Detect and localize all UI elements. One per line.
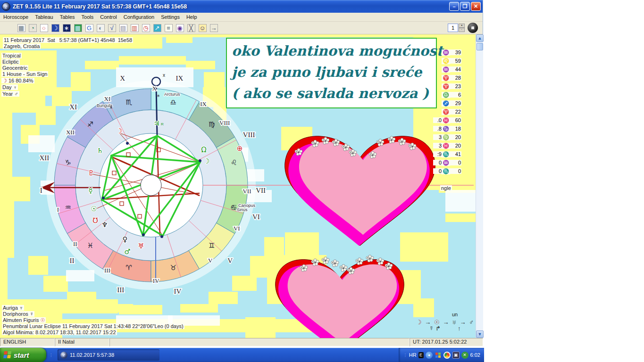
globe-clock-button[interactable]: ◔ — [27, 23, 38, 33]
minutes-value: 59 — [450, 58, 461, 64]
minutes-value: 41 — [450, 151, 461, 157]
menu-settings[interactable]: Settings — [158, 13, 183, 21]
dispositor-glyph: ☿ — [429, 325, 435, 332]
svg-text:IV: IV — [153, 277, 159, 284]
windows-logo-icon — [3, 351, 12, 359]
vertical-scrollbar[interactable]: ▲ ▼ — [476, 34, 483, 338]
google-button[interactable]: G — [84, 23, 94, 33]
google-icon: G — [85, 24, 93, 32]
tray-display-icon[interactable]: ▣ — [452, 352, 460, 359]
resize-chart-icon: ↗ — [153, 24, 161, 32]
language-indicator[interactable]: HR — [409, 352, 417, 358]
sky-planet-icon: ☽ — [51, 24, 59, 32]
mars-icon: ♂ — [14, 91, 18, 97]
calendar-icon: ▥ — [131, 24, 139, 32]
param-text: 1 House - Sun Sign — [1, 71, 48, 77]
menu-tableau[interactable]: Tableau — [32, 13, 57, 21]
degree-fragment: 0 — [433, 160, 442, 165]
clock-button[interactable]: ◷ — [141, 23, 151, 33]
eclipse-footnote: Penumbral Lunar Eclipse 11 February 2017… — [2, 323, 184, 329]
notes-button[interactable]: ≡ — [163, 23, 174, 33]
menu-tools[interactable]: Tools — [78, 13, 97, 21]
redraw-chart-icon[interactable] — [468, 23, 478, 33]
start-button[interactable]: start — [0, 348, 46, 362]
dispositor-glyph: → — [460, 319, 466, 326]
atlas-map-icon: ▦ — [74, 24, 82, 32]
svg-text:R: R — [161, 122, 164, 126]
svg-text:♎: ♎ — [170, 98, 176, 107]
svg-text:V: V — [227, 257, 233, 264]
tray-e-icon[interactable]: E — [418, 352, 424, 358]
resize-chart-button[interactable]: ↗ — [152, 23, 162, 33]
valentine-quote-box: oko Valentinova mogućnostje za puno ljub… — [226, 38, 437, 108]
scroll-down-button[interactable]: ▼ — [476, 330, 484, 338]
title-bar[interactable]: z ZET 9.1.55 Lite 11 February 2017 Sat 5… — [0, 0, 483, 13]
chart-circle-icon: ○ — [40, 24, 48, 32]
quote-line: ( ako se savlada nervoza ) — [232, 83, 431, 104]
svg-text:♊: ♊ — [209, 241, 215, 250]
globe-doc-button[interactable]: ◐ — [95, 23, 106, 33]
close-button[interactable]: ✕ — [471, 2, 481, 11]
svg-text:♈: ♈ — [125, 263, 132, 272]
param-line: Geocentric — [1, 65, 48, 71]
position-row: ♐29 — [414, 99, 461, 107]
svg-text:♅: ♅ — [138, 242, 144, 250]
svg-text:♃: ♃ — [153, 119, 159, 128]
position-row: 3♍20 — [414, 133, 461, 141]
param-text: Ecliptic — [1, 59, 20, 65]
exit-button[interactable]: → — [209, 23, 219, 33]
minimize-button[interactable]: – — [449, 2, 459, 11]
atlas-map-button[interactable]: ▦ — [73, 23, 83, 33]
quick-launch-handle[interactable]: ⋮ — [46, 348, 56, 362]
position-row: .0♓60 — [414, 116, 461, 124]
menu-help[interactable]: Help — [183, 13, 201, 21]
astro-dial-button[interactable]: ◉ — [175, 23, 185, 33]
system-tray: ⋮ HR E ◂ ▣ ✕ 6:02 — [399, 348, 484, 362]
page-number-input[interactable]: 1 — [448, 24, 458, 32]
zodiac-sign-glyph: ♏ — [442, 151, 450, 157]
bookmark-button[interactable]: √ — [107, 23, 117, 33]
svg-text:♆: ♆ — [101, 221, 108, 229]
tray-handle[interactable]: ⋮ — [403, 353, 407, 357]
menu-tables[interactable]: Tables — [57, 13, 78, 21]
zet-task-button[interactable]: z 11.02.2017 5:57:38 — [58, 349, 159, 361]
calendar-button[interactable]: ▥ — [129, 23, 140, 33]
param-text: Geocentric — [1, 65, 28, 71]
menu-configuration[interactable]: Configuration — [120, 13, 158, 21]
planet-glyph: ☿ — [30, 311, 33, 317]
position-row: ♈22 — [414, 107, 461, 116]
scroll-thumb[interactable] — [477, 43, 483, 50]
minutes-value: 39 — [450, 49, 461, 55]
ephemeris-grid-button[interactable]: ▦ — [16, 23, 26, 33]
year-ruler-line: Year ♂ — [1, 91, 19, 97]
hide-icons-chevron[interactable]: ◂ — [426, 352, 433, 359]
page-spinner[interactable]: ●· — [459, 24, 465, 32]
star-map-button[interactable]: ∗ — [61, 23, 72, 33]
scroll-up-button[interactable]: ▲ — [476, 34, 484, 42]
minutes-value: 22 — [450, 109, 461, 115]
svg-text:XII: XII — [66, 129, 75, 136]
svg-text:♇: ♇ — [88, 169, 94, 177]
ephemeris-grid-icon: ▦ — [17, 24, 25, 32]
tools-button[interactable]: ╳ — [186, 23, 196, 33]
menu-horoscope[interactable]: Horoscope — [0, 13, 32, 21]
zodiac-sign-glyph: ♒ — [442, 160, 450, 166]
document-button[interactable]: ▤ — [118, 23, 128, 33]
restore-button[interactable]: ❐ — [460, 2, 470, 11]
chart-parameters: TropicalEclipticGeocentric1 House - Sun … — [1, 53, 48, 77]
svg-text:♉: ♉ — [170, 263, 176, 272]
dispositor-chain: ☽→☉→♅→♂ ☿ ↱ ↑ — [416, 319, 474, 332]
sky-planet-button[interactable]: ☽ — [50, 23, 60, 33]
tray-update-icon[interactable]: ✕ — [461, 352, 468, 359]
tray-browser-icon[interactable] — [443, 352, 451, 359]
position-row: :9♏41 — [414, 150, 461, 158]
help-book-button[interactable]: ☺ — [197, 23, 208, 33]
angle-fragment: ngle — [440, 185, 452, 191]
menu-control[interactable]: Control — [97, 13, 120, 21]
tray-windows-icon[interactable] — [435, 352, 442, 359]
moon-phase-line: ☽ 16 80.84% — [1, 78, 34, 84]
globe-clock-icon: ◔ — [29, 24, 37, 32]
chart-circle-button[interactable]: ○ — [39, 23, 49, 33]
svg-text:II: II — [73, 240, 77, 247]
zodiac-sign-glyph: ♌ — [442, 58, 450, 64]
